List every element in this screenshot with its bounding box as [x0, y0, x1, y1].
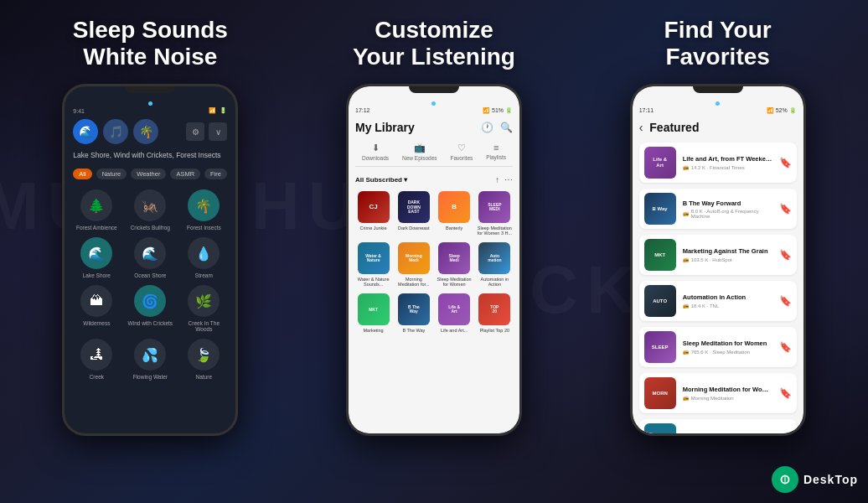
s3-info-b-way: B The Way Forward 📻 8.0 K · AutoB.org & …	[683, 200, 772, 219]
s2-thumb-playlist: TOP20	[478, 293, 510, 325]
s2-tab-downloads[interactable]: ⬇ Downloads	[362, 143, 389, 161]
s1-settings-btn[interactable]: ⚙	[186, 122, 204, 141]
phone2-screen: 17:12 📶 51% 🔋 My Library 🕐 🔍 ⬇ Downloads	[349, 86, 519, 433]
s1-cell-crickets[interactable]: 🦗 Crickets Bullfrog	[127, 189, 173, 231]
s1-cell-creek-woods[interactable]: 🌿 Creek In The Woods	[180, 285, 227, 332]
s2-podcast-b-the-way[interactable]: B TheWay B The Way	[395, 293, 431, 333]
s1-icon-flowing: 💦	[134, 339, 166, 371]
s1-icon-creek: 🏞	[80, 339, 112, 371]
s3-bookmark-marketing[interactable]: 🔖	[779, 249, 792, 261]
watermark-text: DeskTop	[803, 473, 858, 486]
phone2-notch	[409, 86, 459, 93]
s2-history-icon[interactable]: 🕐	[481, 122, 493, 133]
s3-item-marketing[interactable]: MKT Marketing Against The Grain 📻 103.5 …	[639, 235, 797, 275]
s1-cell-wind[interactable]: 🌀 Wind with Crickets	[127, 285, 173, 332]
s2-thumb-life: Life &Art	[438, 293, 470, 325]
s1-controls: ⚙ ∨	[186, 122, 227, 141]
s2-tab-favorites[interactable]: ♡ Favorites	[451, 143, 473, 161]
s1-music-btn[interactable]: 🎵	[103, 119, 128, 144]
s1-icon-crickets: 🦗	[134, 189, 166, 221]
s2-header: My Library 🕐 🔍	[355, 121, 513, 134]
s3-back-btn[interactable]: ‹	[639, 121, 643, 134]
s3-item-morning-women[interactable]: MORN Morning Meditation for Women 📻 Morn…	[639, 373, 797, 413]
s3-item-sleep-women[interactable]: SLEEP Sleep Meditation for Women 📻 765.6…	[639, 327, 797, 367]
s3-item-water-nature[interactable]: W&N Water & Nature Sounds Meditation for…	[639, 419, 797, 433]
s2-podcast-life-art[interactable]: Life &Art Life and Art...	[436, 293, 472, 333]
s1-filters: All Nature Weather ASMR Fire	[73, 169, 227, 179]
s3-info-marketing: Marketing Against The Grain 📻 103.5 K · …	[683, 247, 772, 262]
s2-thumb-water: Water &Nature	[358, 242, 390, 274]
s3-bookmark-morning-women[interactable]: 🔖	[779, 387, 792, 399]
s3-bookmark-b-way[interactable]: 🔖	[779, 203, 792, 215]
s3-bookmark-automation[interactable]: 🔖	[779, 295, 792, 307]
s1-filter-fire[interactable]: Fire	[204, 169, 227, 179]
s2-thumb-sleep2: SleepMedi	[438, 242, 470, 274]
s2-podcast-marketing[interactable]: MKT Marketing	[355, 293, 391, 333]
s1-icon-nature: 🍃	[188, 339, 220, 371]
s2-podcast-banterly[interactable]: B Banterly	[436, 191, 472, 236]
s2-podcast-dark-downeast[interactable]: DARKDOWNEAST Dark Downeast	[395, 191, 431, 236]
s1-filter-asmr[interactable]: ASMR	[170, 169, 200, 179]
s1-expand-btn[interactable]: ∨	[209, 122, 227, 141]
panel-my-library: Customize Your Listening 17:12 📶 51% 🔋 M…	[296, 17, 572, 436]
s3-thumb-automation: AUTO	[644, 285, 676, 317]
s2-podcast-water[interactable]: Water &Nature Water & Nature Sounds...	[355, 242, 391, 287]
s1-filter-all[interactable]: All	[73, 169, 91, 179]
s3-statusbar: 17:11 📶 52% 🔋	[639, 107, 797, 114]
s1-nature-btn[interactable]: 🌴	[133, 119, 158, 144]
new-episodes-icon: 📺	[414, 143, 426, 153]
s1-cell-creek[interactable]: 🏞 Creek	[73, 339, 120, 380]
s2-podcasts-row1: CJ Crime Junkie DARKDOWNEAST Dark Downea…	[355, 191, 513, 236]
s2-podcast-sleep2[interactable]: SleepMedi Sleep Meditation for Women	[436, 242, 472, 287]
s1-icon-ocean: 🌊	[134, 237, 166, 269]
s2-filter-label[interactable]: All Subscribed ▾	[355, 176, 407, 184]
phone1-screen: 9:41 📶🔋 🌊 🎵 🌴 ⚙ ∨ Lake Shore, Wind with …	[65, 86, 235, 433]
s1-icon-forest-insects: 🌴	[188, 189, 220, 221]
s3-item-automation[interactable]: AUTO Automation in Action 📻 18.4 K · TNL…	[639, 281, 797, 321]
s3-info-sleep-women: Sleep Meditation for Women 📻 765.6 K · S…	[683, 340, 772, 355]
s1-waves-btn[interactable]: 🌊	[73, 119, 98, 144]
s2-more-icon[interactable]: ⋯	[504, 175, 513, 184]
s1-sound-grid: 🌲 Forest Ambience 🦗 Crickets Bullfrog 🌴 …	[73, 189, 227, 380]
s2-podcast-sleep-women[interactable]: SLEEPMEDI Sleep Meditation for Women 3 H…	[477, 191, 513, 236]
s2-filter-icons: ↑ ⋯	[495, 175, 513, 184]
s2-tab-new-episodes[interactable]: 📺 New Episodes	[402, 143, 437, 161]
s1-cell-forest-ambience[interactable]: 🌲 Forest Ambience	[73, 189, 120, 231]
s2-share-icon[interactable]: ↑	[495, 175, 499, 184]
s3-thumb-morning-women: MORN	[644, 377, 676, 409]
phone2-dot	[431, 101, 436, 106]
s3-item-life-art[interactable]: Life &Art Life and Art, from FT Weekend …	[639, 143, 797, 183]
phone1-notch	[125, 86, 175, 93]
s3-info-water-nature: Water & Nature Sounds Meditation for Wom…	[683, 432, 772, 433]
s3-info-life-art: Life and Art, from FT Weekend 📻 14.2 K ·…	[683, 155, 772, 170]
s2-search-icon[interactable]: 🔍	[500, 122, 513, 133]
s1-icon-wind: 🌀	[134, 285, 166, 317]
s2-podcast-morning[interactable]: MorningMedi Morning Meditation for...	[395, 242, 431, 287]
s3-bookmark-life-art[interactable]: 🔖	[779, 157, 792, 169]
s2-tab-playlists[interactable]: ≡ Playlists	[486, 143, 506, 161]
s1-cell-wilderness[interactable]: 🏔 Wilderness	[73, 285, 120, 332]
panel2-title: Customize Your Listening	[353, 17, 515, 70]
s1-cell-nature[interactable]: 🍃 Nature	[180, 339, 227, 380]
s1-filter-weather[interactable]: Weather	[131, 169, 166, 179]
s2-filter-row: All Subscribed ▾ ↑ ⋯	[355, 175, 513, 184]
s1-cell-forest-insects[interactable]: 🌴 Forest Insects	[180, 189, 227, 231]
s2-podcast-automation[interactable]: Automation Automation in Action	[477, 242, 513, 287]
panel-sleep-sounds: Sleep Sounds White Noise 9:41 📶🔋 🌊 🎵 🌴 ⚙…	[12, 17, 288, 436]
s1-icon-wilderness: 🏔	[80, 285, 112, 317]
s3-bookmark-sleep-women[interactable]: 🔖	[779, 341, 792, 353]
s1-cell-lake-shore[interactable]: 🌊 Lake Shore	[73, 237, 120, 278]
s2-podcast-crime-junkie[interactable]: CJ Crime Junkie	[355, 191, 391, 236]
s1-cell-stream[interactable]: 💧 Stream	[180, 237, 227, 278]
watermark-icon	[778, 472, 793, 487]
s1-filter-nature[interactable]: Nature	[96, 169, 127, 179]
s2-thumb-automation: Automation	[478, 242, 510, 274]
s3-featured-list: Life &Art Life and Art, from FT Weekend …	[639, 143, 797, 433]
panel-find-favorites: Find Your Favorites 17:11 📶 52% 🔋 ‹ Feat…	[580, 17, 856, 436]
s1-cell-ocean-shore[interactable]: 🌊 Ocean Shore	[127, 237, 173, 278]
s3-item-b-way[interactable]: B Way B The Way Forward 📻 8.0 K · AutoB.…	[639, 189, 797, 229]
s1-cell-flowing-water[interactable]: 💦 Flowing Water	[127, 339, 173, 380]
panel1-title: Sleep Sounds White Noise	[73, 17, 228, 70]
s2-podcast-playlist[interactable]: TOP20 Playlist Top 20	[477, 293, 513, 333]
s2-thumb-sleep: SLEEPMEDI	[478, 191, 510, 223]
